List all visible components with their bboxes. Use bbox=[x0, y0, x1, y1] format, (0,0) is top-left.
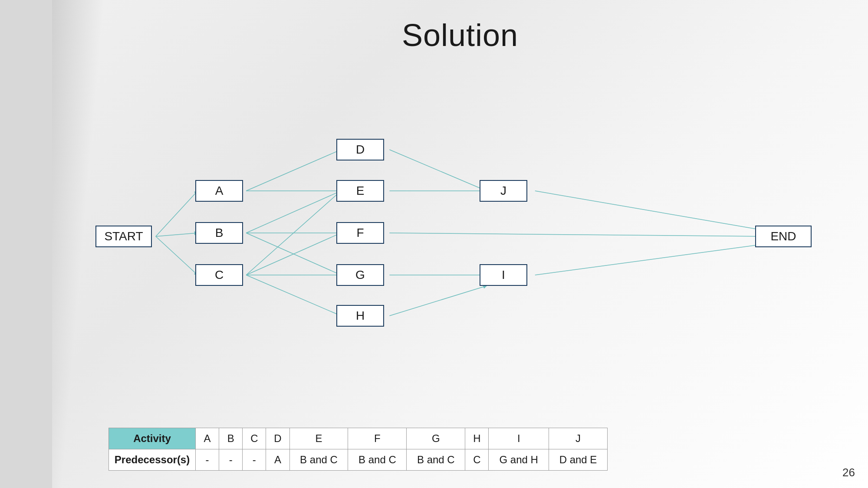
node-G: G bbox=[336, 264, 384, 286]
page-number: 26 bbox=[842, 466, 855, 479]
pred-A: - bbox=[196, 449, 219, 471]
col-A: A bbox=[196, 428, 219, 449]
slide-title: Solution bbox=[52, 0, 868, 53]
col-H: H bbox=[465, 428, 489, 449]
col-D: D bbox=[266, 428, 289, 449]
node-C: C bbox=[195, 264, 243, 286]
node-start: START bbox=[95, 226, 152, 247]
pred-C: - bbox=[243, 449, 266, 471]
svg-line-3 bbox=[246, 150, 341, 191]
diagram-area: START END A B C D E F G bbox=[52, 57, 868, 339]
diagram-svg bbox=[52, 57, 868, 339]
node-A: A bbox=[195, 180, 243, 202]
svg-line-18 bbox=[535, 191, 767, 231]
pred-B: - bbox=[219, 449, 243, 471]
svg-line-12 bbox=[389, 150, 487, 191]
pred-J: D and E bbox=[549, 449, 607, 471]
svg-line-17 bbox=[535, 244, 767, 275]
col-E: E bbox=[289, 428, 348, 449]
svg-line-1 bbox=[156, 233, 198, 236]
slide: Solution bbox=[52, 0, 868, 488]
pred-I: G and H bbox=[489, 449, 549, 471]
svg-line-5 bbox=[246, 191, 341, 233]
activity-header: Activity bbox=[109, 428, 196, 449]
col-B: B bbox=[219, 428, 243, 449]
col-C: C bbox=[243, 428, 266, 449]
pred-F: B and C bbox=[348, 449, 407, 471]
node-E: E bbox=[336, 180, 384, 202]
col-J: J bbox=[549, 428, 607, 449]
pred-E: B and C bbox=[289, 449, 348, 471]
col-F: F bbox=[348, 428, 407, 449]
node-end: END bbox=[755, 226, 812, 247]
pred-D: A bbox=[266, 449, 289, 471]
col-I: I bbox=[489, 428, 549, 449]
node-B: B bbox=[195, 222, 243, 244]
node-H: H bbox=[336, 305, 384, 327]
svg-line-14 bbox=[389, 233, 766, 236]
svg-line-11 bbox=[246, 275, 341, 316]
svg-line-2 bbox=[156, 236, 198, 275]
svg-line-0 bbox=[156, 191, 198, 236]
predecessor-table: Activity A B C D E F G H I J Predecessor… bbox=[108, 428, 608, 471]
node-I: I bbox=[480, 264, 527, 286]
predecessor-header: Predecessor(s) bbox=[109, 449, 196, 471]
svg-line-16 bbox=[389, 286, 487, 316]
node-D: D bbox=[336, 139, 384, 160]
col-G: G bbox=[407, 428, 465, 449]
pred-H: C bbox=[465, 449, 489, 471]
node-J: J bbox=[480, 180, 527, 202]
node-F: F bbox=[336, 222, 384, 244]
pred-G: B and C bbox=[407, 449, 465, 471]
